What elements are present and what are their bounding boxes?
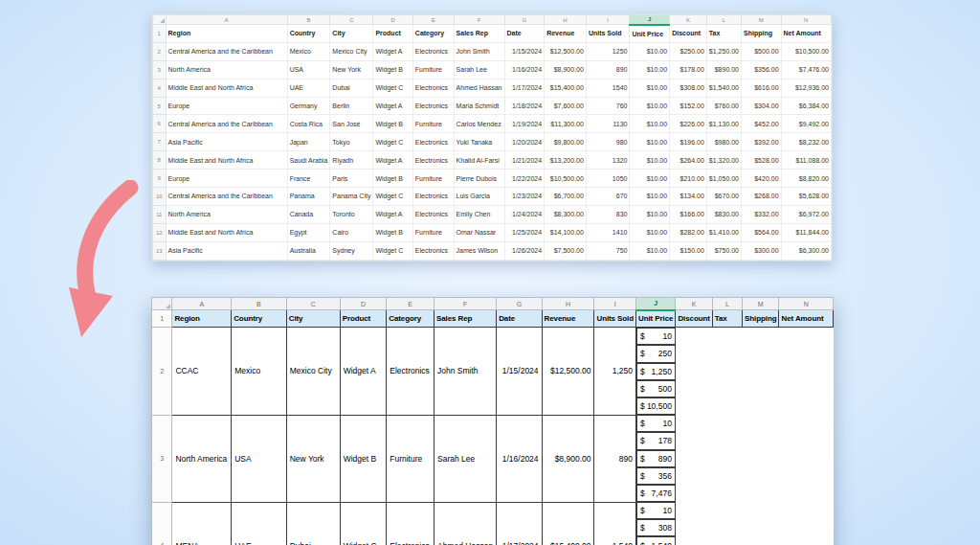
cell[interactable]: Electronics	[387, 502, 434, 545]
cell[interactable]: Widget B	[373, 170, 412, 188]
cell[interactable]: $250.00	[670, 42, 707, 60]
row-number[interactable]: 13	[153, 241, 167, 260]
header-cell[interactable]: Net Amount	[779, 310, 834, 328]
cell[interactable]: Electronics	[412, 241, 454, 260]
column-letter[interactable]: N	[781, 15, 831, 25]
cell[interactable]: $7,600.00	[545, 97, 587, 115]
cell[interactable]: $10.00	[630, 42, 670, 60]
cell[interactable]: $268.00	[742, 188, 782, 206]
cell[interactable]: Furniture	[412, 115, 454, 133]
cell[interactable]: Mexico	[287, 42, 330, 60]
cell[interactable]: Middle East and North Africa	[166, 79, 287, 97]
cell[interactable]: $10	[636, 328, 676, 345]
cell[interactable]: Furniture	[412, 170, 454, 188]
column-letter[interactable]: A	[172, 298, 232, 310]
header-cell[interactable]: Tax	[706, 25, 741, 43]
row-number[interactable]: 9	[153, 170, 167, 188]
cell[interactable]: 1/25/2024	[504, 223, 545, 241]
cell[interactable]: 1/17/2024	[504, 79, 545, 97]
column-letter[interactable]: J	[630, 15, 670, 25]
cell[interactable]: 1,540	[594, 502, 636, 545]
cell[interactable]: Emily Chen	[454, 205, 504, 223]
header-cell[interactable]: Region	[172, 310, 232, 328]
cell[interactable]: $452.00	[742, 115, 782, 133]
cell[interactable]: San José	[330, 115, 373, 133]
row-number[interactable]: 10	[153, 188, 167, 206]
cell[interactable]: $356	[636, 467, 676, 485]
header-cell[interactable]: Revenue	[545, 25, 587, 43]
cell[interactable]: $282.00	[670, 223, 707, 241]
cell[interactable]: Central America and the Caribbean	[166, 115, 287, 133]
cell[interactable]: $15,400.00	[542, 502, 594, 545]
cell[interactable]: $1,540.00	[706, 79, 741, 97]
column-letter[interactable]: L	[706, 15, 741, 25]
cell[interactable]: $11,844.00	[781, 223, 831, 241]
cell[interactable]: James Wilson	[454, 241, 504, 260]
cell[interactable]: Toronto	[330, 205, 373, 223]
cell[interactable]: Furniture	[412, 223, 454, 241]
cell[interactable]: $12,500.00	[542, 328, 594, 415]
row-number[interactable]: 8	[153, 151, 167, 170]
cell[interactable]: $6,384.00	[781, 97, 831, 115]
cell[interactable]: $15,400.00	[545, 79, 587, 97]
column-letter[interactable]: G	[497, 298, 542, 310]
cell[interactable]: John Smith	[454, 42, 504, 60]
column-letter[interactable]: I	[586, 15, 630, 25]
header-cell[interactable]: Net Amount	[781, 25, 831, 43]
row-number[interactable]: 1	[152, 310, 172, 328]
cell[interactable]: Middle East and North Africa	[166, 151, 287, 170]
cell[interactable]: UAE	[232, 502, 287, 545]
column-letter[interactable]: N	[779, 298, 834, 310]
cell[interactable]: $308.00	[670, 79, 707, 97]
cell[interactable]: North America	[166, 60, 287, 79]
cell[interactable]: Japan	[287, 133, 330, 151]
column-letter[interactable]: E	[387, 298, 434, 310]
cell[interactable]: Furniture	[412, 60, 454, 79]
cell[interactable]: $10.00	[630, 170, 670, 188]
column-letter[interactable]: B	[287, 15, 330, 25]
cell[interactable]: 1/26/2024	[504, 241, 545, 260]
cell[interactable]: North America	[166, 205, 287, 223]
cell[interactable]: $150.00	[670, 241, 707, 260]
cell[interactable]: $980.00	[706, 133, 741, 151]
cell[interactable]: $166.00	[670, 205, 707, 223]
cell[interactable]: USA	[232, 415, 287, 502]
header-cell[interactable]: Sales Rep	[454, 25, 504, 43]
cell[interactable]: $10.00	[630, 205, 670, 223]
row-number[interactable]: 4	[152, 502, 172, 545]
cell[interactable]: $10.00	[630, 60, 670, 79]
cell[interactable]: UAE	[287, 79, 330, 97]
row-number[interactable]: 7	[153, 133, 167, 151]
cell[interactable]: John Smith	[434, 328, 497, 415]
cell[interactable]: Berlin	[330, 97, 373, 115]
cell[interactable]: Europe	[166, 170, 287, 188]
cell[interactable]: Tokyo	[330, 133, 373, 151]
cell[interactable]: Electronics	[412, 133, 454, 151]
header-cell[interactable]: Unit Price	[636, 310, 676, 328]
cell[interactable]: $7,500.00	[545, 241, 587, 260]
cell[interactable]: $10,500.00	[781, 42, 831, 60]
cell[interactable]: $7,476	[636, 485, 676, 502]
cell[interactable]: North America	[172, 415, 232, 502]
cell[interactable]: Asia Pacific	[166, 133, 287, 151]
cell[interactable]: 1130	[586, 115, 630, 133]
cell[interactable]: Sarah Lee	[434, 415, 497, 502]
cell[interactable]: Widget A	[373, 151, 412, 170]
cell[interactable]: $10.00	[630, 133, 670, 151]
header-cell[interactable]: Revenue	[542, 310, 594, 328]
cell[interactable]: $134.00	[670, 188, 707, 206]
cell[interactable]: Riyadh	[330, 151, 373, 170]
cell[interactable]: $14,100.00	[545, 223, 587, 241]
cell[interactable]: $9,492.00	[781, 115, 831, 133]
header-cell[interactable]: Sales Rep	[434, 310, 497, 328]
cell[interactable]: Electronics	[412, 42, 454, 60]
column-letter[interactable]: D	[340, 298, 387, 310]
column-letter[interactable]: H	[542, 298, 594, 310]
cell[interactable]: $1,320.00	[706, 151, 741, 170]
cell[interactable]: Widget B	[373, 223, 412, 241]
header-cell[interactable]: Discount	[676, 310, 712, 328]
cell[interactable]: Germany	[287, 97, 330, 115]
cell[interactable]: $1,130.00	[706, 115, 741, 133]
cell[interactable]: Electronics	[412, 188, 454, 206]
header-cell[interactable]: Units Sold	[594, 310, 636, 328]
